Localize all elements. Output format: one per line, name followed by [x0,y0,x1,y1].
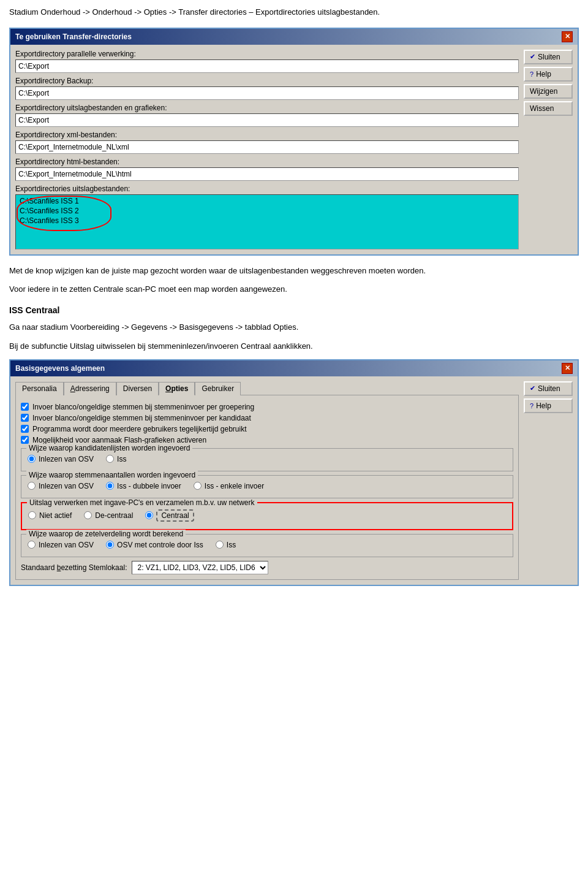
wijzigen-button[interactable]: Wijzigen [524,84,573,99]
bottom-row: Standaard bezetting Stemlokaal: 2: VZ1, … [21,561,513,574]
field-group-2: Exportdirectory uitslagbestanden en graf… [15,104,519,127]
breadcrumb-text: Stadium Onderhoud -> Onderhoud -> Opties… [9,6,579,18]
field-label-0: Exportdirectory parallelle verwerking: [15,50,519,58]
group4-radio-row: Inlezen van OSV OSV met controle door Is… [28,541,507,549]
wissen-button[interactable]: Wissen [524,101,573,116]
stemlokaal-label: Standaard bezetting Stemlokaal: [21,563,127,572]
checkbox-2[interactable] [21,425,29,433]
transfer-directories-dialog: Te gebruiken Transfer-directories ✕ Expo… [9,28,579,256]
field-input-0[interactable] [15,59,519,73]
radio-iss-1[interactable] [106,455,114,463]
radio-osv-4[interactable] [28,541,36,549]
checkmark-icon: ✔ [530,53,535,61]
listbox-label: Exportdirectories uitslagbestanden: [15,185,519,193]
radio-option-osv-2: Inlezen van OSV [28,482,94,490]
help-button[interactable]: ? Help [524,67,573,82]
basisgegevens-dialog: Basisgegevens algemeen ✕ Personalia Adre… [9,359,579,586]
radio-option-iss-dubbel: Iss - dubbele invoer [106,482,181,490]
checkbox-row-2: Programma wordt door meerdere gebruikers… [21,425,513,433]
checkmark-icon-2: ✔ [530,384,535,392]
field-label-4: Exportdirectory html-bestanden: [15,158,519,166]
stemlokaal-select[interactable]: 2: VZ1, LID2, LID3, VZ2, LID5, LID6 [132,561,268,574]
dialog1-title: Te gebruiken Transfer-directories [15,32,132,41]
field-group-4: Exportdirectory html-bestanden: [15,158,519,181]
para-2: Bij de subfunctie Uitslag uitwisselen bi… [9,340,579,353]
radio-iss-4[interactable] [216,541,224,549]
listbox-group: Exportdirectories uitslagbestanden: C:\S… [15,185,519,249]
field-group-0: Exportdirectory parallelle verwerking: [15,50,519,73]
list-item[interactable]: C:\Scanfiles ISS 3 [18,216,516,226]
group-uitslag-verwerken: Uitslag verwerken met ingave-PC's en ver… [21,502,513,530]
radio-option-osv-iss-4: OSV met controle door Iss [106,541,203,549]
list-item[interactable]: C:\Scanfiles ISS 1 [18,196,516,206]
group-kandidatenlijsten: Wijze waarop kandidatenlijsten worden in… [21,448,513,471]
dialog2-title: Basisgegevens algemeen [15,364,105,373]
tab-opties[interactable]: Opties [159,382,195,395]
checkbox-1[interactable] [21,414,29,422]
field-input-2[interactable] [15,113,519,127]
group-zetelverdeling: Wijze waarop de zetelverdeling wordt ber… [21,534,513,557]
group4-title: Wijze waarop de zetelverdeling wordt ber… [26,530,186,538]
listbox-exportdirectories[interactable]: C:\Scanfiles ISS 1 C:\Scanfiles ISS 2 C:… [15,194,519,249]
radio-option-iss-4: Iss [216,541,236,549]
tab-content-opties: Invoer blanco/ongeldige stemmen bij stem… [15,395,519,580]
radio-option-iss-1: Iss [106,455,126,463]
sluiten-button[interactable]: ✔ Sluiten [524,50,573,64]
tab-diversen[interactable]: Diversen [116,382,159,395]
help-icon: ? [530,70,533,78]
checkbox-row-1: Invoer blanco/ongeldige stemmen bij stem… [21,414,513,422]
tab-gebruiker[interactable]: Gebruiker [195,382,241,395]
radio-option-osv-1: Inlezen van OSV [28,455,94,463]
dialog2-main: Personalia Adressering Diversen Opties G… [15,381,519,580]
dialog1-sidebar: ✔ Sluiten ? Help Wijzigen Wissen [524,50,573,249]
radio-option-osv-4: Inlezen van OSV [28,541,94,549]
group3-radio-row: Niet actief De-centraal Centraal [28,509,506,522]
radio-de-centraal[interactable] [84,511,92,519]
dialog2-sluiten-button[interactable]: ✔ Sluiten [524,381,573,396]
radio-iss-dubbel[interactable] [106,482,114,490]
dialog2-titlebar: Basisgegevens algemeen ✕ [10,360,578,376]
group2-title: Wijze waarop stemmenaantallen worden ing… [26,471,198,479]
radio-option-niet-actief: Niet actief [28,511,72,520]
centraal-label: Centraal [156,509,194,522]
dialog2-close-button[interactable]: ✕ [562,363,573,374]
checkbox-0[interactable] [21,403,29,411]
radio-osv-1[interactable] [28,455,36,463]
para-1: Ga naar stadium Voorbereiding -> Gegeven… [9,321,579,334]
help-icon-2: ? [530,402,533,409]
group-stemmenaantallen: Wijze waarop stemmenaantallen worden ing… [21,475,513,498]
section-heading-iss-centraal: ISS Centraal [9,305,579,315]
radio-osv-2[interactable] [28,482,36,490]
field-label-2: Exportdirectory uitslagbestanden en graf… [15,104,519,112]
body-text-2: Voor iedere in te zetten Centrale scan-P… [9,283,579,296]
radio-niet-actief[interactable] [28,511,36,519]
checkbox-row-0: Invoer blanco/ongeldige stemmen bij stem… [21,403,513,411]
radio-option-de-centraal: De-centraal [84,511,133,520]
dialog1-titlebar: Te gebruiken Transfer-directories ✕ [10,29,578,45]
radio-centraal[interactable] [145,511,153,519]
radio-osv-iss-4[interactable] [106,541,114,549]
list-item[interactable]: C:\Scanfiles ISS 2 [18,206,516,216]
radio-option-iss-enkel: Iss - enkele invoer [194,482,264,490]
group1-radio-row: Inlezen van OSV Iss [28,455,507,463]
tabs-row: Personalia Adressering Diversen Opties G… [15,381,519,395]
tab-adressering[interactable]: Adressering [64,382,116,395]
dialog2-help-button[interactable]: ? Help [524,398,573,413]
dialog2-sidebar: ✔ Sluiten ? Help [524,381,573,580]
field-input-3[interactable] [15,140,519,154]
checkbox-row-3: Mogelijkheid voor aanmaak Flash-grafieke… [21,436,513,444]
dialog1-close-button[interactable]: ✕ [562,31,573,42]
field-input-4[interactable] [15,167,519,181]
field-label-3: Exportdirectory xml-bestanden: [15,131,519,139]
field-group-3: Exportdirectory xml-bestanden: [15,131,519,154]
tab-personalia[interactable]: Personalia [15,382,64,395]
dialog1-main: Exportdirectory parallelle verwerking: E… [15,50,519,249]
group2-radio-row: Inlezen van OSV Iss - dubbele invoer Iss… [28,482,507,490]
group1-title: Wijze waarop kandidatenlijsten worden in… [26,444,192,452]
group3-title: Uitslag verwerken met ingave-PC's en ver… [27,498,257,507]
body-text-1: Met de knop wijzigen kan de juiste map g… [9,265,579,278]
radio-iss-enkel[interactable] [194,482,202,490]
field-input-1[interactable] [15,86,519,100]
checkbox-3[interactable] [21,436,29,444]
field-label-1: Exportdirectory Backup: [15,77,519,85]
